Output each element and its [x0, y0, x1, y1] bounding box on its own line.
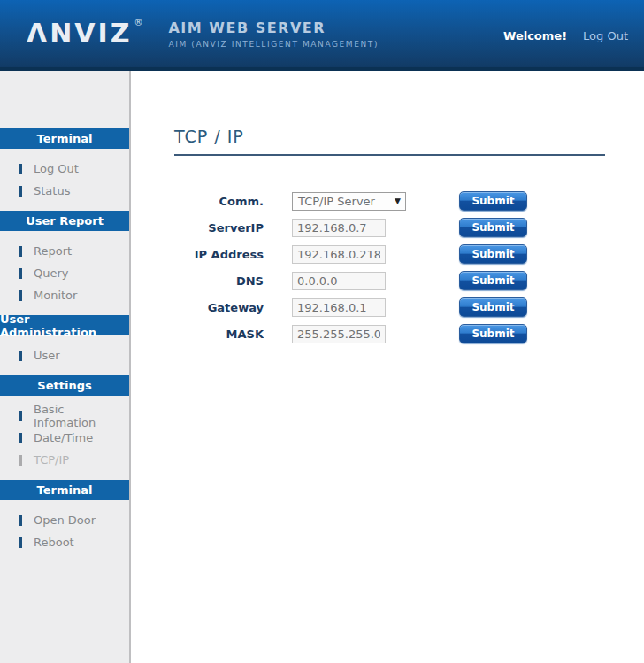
gateway-submit-button[interactable]: Submit [459, 297, 527, 317]
item-bullet-icon [19, 433, 22, 443]
dns-input[interactable] [292, 272, 386, 290]
sidebar-item-label: Query [34, 266, 69, 280]
serverip-submit-button[interactable]: Submit [459, 218, 527, 237]
ip-address-label: IP Address [174, 248, 264, 261]
dns-field-wrap [292, 272, 433, 290]
sidebar-item-monitor[interactable]: Monitor [0, 284, 129, 306]
sidebar-item-basic-infomation[interactable]: Basic Infomation [0, 405, 129, 427]
sidebar-item-label: Monitor [34, 289, 77, 302]
welcome-text: Welcome! [503, 29, 567, 42]
item-bullet-icon [19, 515, 22, 526]
serverip-input[interactable] [292, 219, 386, 237]
sidebar-section-user-report-items: Report Query Monitor [0, 231, 129, 315]
registered-trademark-icon: ® [134, 19, 145, 27]
app-subtitle: AIM (ANVIZ INTELLIGENT MANAGEMENT) [168, 40, 379, 49]
sidebar-item-tcp-ip[interactable]: TCP/IP [0, 449, 129, 471]
sidebar-item-user[interactable]: User [0, 344, 129, 366]
ip-address-input[interactable] [292, 245, 386, 264]
form-row-dns: DNS Submit [174, 267, 644, 294]
dns-submit-button[interactable]: Submit [459, 271, 527, 290]
logout-link[interactable]: Log Out [583, 29, 628, 42]
ip-address-submit-button[interactable]: Submit [459, 244, 527, 264]
form-row-ip-address: IP Address Submit [174, 241, 644, 267]
sidebar-item-label: User [34, 349, 60, 362]
anviz-logo: ΛNVIZ ® [27, 20, 145, 47]
form-row-gateway: Gateway Submit [174, 294, 644, 320]
chevron-down-icon: ▼ [395, 197, 401, 205]
form-row-comm: Comm. TCP/IP Server ▼ Submit [174, 188, 644, 214]
sidebar-section-user-administration-items: User [0, 335, 129, 375]
mask-submit-button[interactable]: Submit [459, 324, 527, 343]
sidebar-item-label: TCP/IP [34, 453, 69, 466]
anviz-logo-text: ΛNVIZ [27, 20, 132, 47]
comm-select-value: TCP/IP Server [298, 195, 375, 208]
item-bullet-icon [19, 246, 22, 257]
comm-select[interactable]: TCP/IP Server ▼ [292, 192, 406, 211]
app-header: ΛNVIZ ® AIM WEB SERVER AIM (ANVIZ INTELL… [0, 0, 644, 71]
form-row-mask: MASK Submit [174, 320, 644, 347]
sidebar-section-terminal: Terminal [0, 128, 129, 149]
comm-label: Comm. [174, 195, 264, 208]
form-row-serverip: ServerIP Submit [174, 214, 644, 241]
mask-field-wrap [292, 325, 433, 343]
app-title: AIM WEB SERVER [168, 19, 379, 36]
comm-field-wrap: TCP/IP Server ▼ [292, 192, 433, 211]
sidebar-item-label: Date/Time [34, 431, 93, 444]
gateway-field-wrap [292, 298, 433, 317]
header-user-area: Welcome! Log Out [503, 29, 628, 42]
tcp-ip-form: Comm. TCP/IP Server ▼ Submit ServerIP Su… [174, 188, 644, 347]
sidebar-item-date-time[interactable]: Date/Time [0, 427, 129, 449]
sidebar-item-reboot[interactable]: Reboot [0, 531, 129, 553]
sidebar-item-label: Open Door [34, 513, 96, 527]
sidebar-item-query[interactable]: Query [0, 262, 129, 284]
sidebar-item-label: Basic Infomation [34, 403, 129, 429]
page-title: TCP / IP [174, 126, 644, 147]
sidebar-item-log-out[interactable]: Log Out [0, 158, 129, 180]
sidebar-item-label: Log Out [34, 162, 79, 175]
dns-label: DNS [174, 274, 264, 288]
gateway-input[interactable] [292, 298, 386, 317]
ip-address-field-wrap [292, 245, 433, 264]
item-bullet-icon [19, 164, 22, 174]
header-titles: AIM WEB SERVER AIM (ANVIZ INTELLIGENT MA… [168, 19, 379, 49]
comm-submit-button[interactable]: Submit [459, 191, 527, 211]
main-content: TCP / IP Comm. TCP/IP Server ▼ Submit Se… [133, 71, 644, 347]
sidebar-item-label: Reboot [34, 536, 74, 549]
serverip-label: ServerIP [174, 221, 264, 235]
sidebar-item-open-door[interactable]: Open Door [0, 509, 129, 531]
item-bullet-icon [19, 455, 22, 466]
sidebar-item-status[interactable]: Status [0, 180, 129, 202]
item-bullet-icon [19, 268, 22, 279]
title-divider [174, 154, 605, 156]
sidebar-section-terminal-2-items: Open Door Reboot [0, 500, 129, 562]
serverip-field-wrap [292, 219, 433, 237]
sidebar-item-label: Report [34, 244, 72, 258]
sidebar-item-label: Status [34, 184, 70, 197]
sidebar-section-terminal-2: Terminal [0, 480, 129, 500]
sidebar-section-user-administration: User Administration [0, 315, 129, 335]
mask-input[interactable] [292, 325, 386, 343]
sidebar-section-settings-items: Basic Infomation Date/Time TCP/IP [0, 396, 129, 480]
sidebar-section-user-report: User Report [0, 211, 129, 231]
item-bullet-icon [19, 290, 22, 301]
sidebar-section-terminal-items: Log Out Status [0, 149, 129, 211]
item-bullet-icon [19, 537, 22, 548]
sidebar-section-settings: Settings [0, 375, 129, 396]
gateway-label: Gateway [174, 301, 264, 314]
mask-label: MASK [174, 328, 264, 341]
sidebar-item-report[interactable]: Report [0, 240, 129, 262]
item-bullet-icon [19, 186, 22, 197]
sidebar: Terminal Log Out Status User Report Repo… [0, 71, 131, 663]
item-bullet-icon [19, 411, 22, 421]
item-bullet-icon [19, 351, 22, 361]
